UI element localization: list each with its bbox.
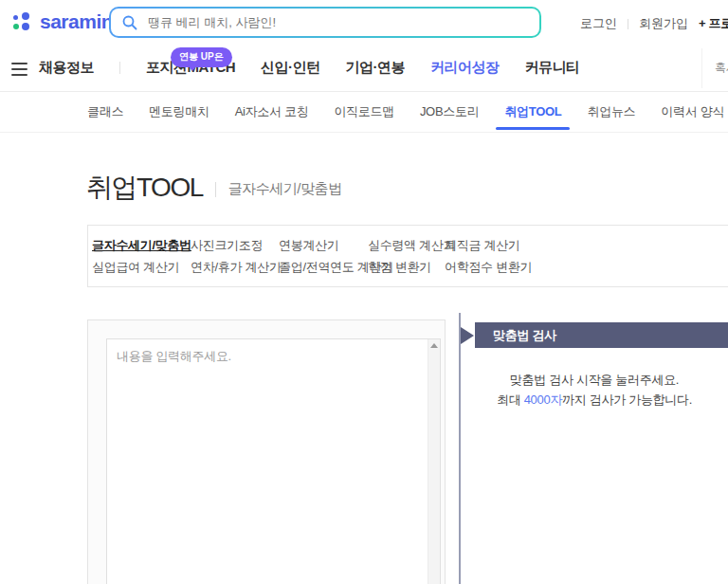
tool-link-severance-calc[interactable]: 퇴직금 계산기	[445, 237, 728, 254]
page-title: 취업TOOL	[86, 170, 203, 206]
tool-link-char-counter[interactable]: 글자수세기/맞춤법	[92, 237, 191, 254]
nav-right-partial-text: 혹시	[715, 60, 728, 76]
tool-link-salary-calc[interactable]: 연봉계산기	[279, 237, 368, 254]
search-box[interactable]	[109, 7, 541, 38]
saramin-logo-icon	[13, 11, 32, 33]
spellcheck-panel: 맞춤법 검사 맞춤법 검사 시작을 눌러주세요. 최대 4000자까지 검사가 …	[459, 313, 728, 584]
text-input-area	[106, 338, 441, 584]
tool-link-gpa-converter[interactable]: 학점 변환기	[368, 259, 445, 276]
nav-item-career-growth[interactable]: 커리어성장	[430, 59, 500, 77]
textarea-scrollbar[interactable]	[428, 339, 440, 584]
nav-item-community[interactable]: 커뮤니티	[525, 59, 580, 77]
subnav-item-job-story[interactable]: JOB스토리	[420, 92, 479, 132]
signup-link[interactable]: 회원가입	[639, 15, 688, 32]
scroll-up-icon[interactable]	[430, 343, 438, 348]
salary-up-badge: 연봉 UP은	[171, 47, 232, 67]
spellcheck-message: 맞춤법 검사 시작을 눌러주세요. 최대 4000자까지 검사가 가능합니다.	[461, 370, 728, 410]
search-icon	[122, 15, 137, 30]
career-sub-nav: 클래스 멘토링매치 Ai자소서 코칭 이직로드맵 JOB스토리 취업TOOL 취…	[0, 92, 728, 133]
nav-item-newbie-intern[interactable]: 신입·인턴	[261, 59, 320, 77]
page-title-block: 취업TOOL 글자수세기/맞춤법	[86, 170, 341, 206]
text-input-panel	[87, 319, 446, 584]
subnav-item-class[interactable]: 클래스	[87, 92, 123, 132]
arrow-right-icon	[461, 327, 474, 344]
page-subtitle: 글자수세기/맞춤법	[228, 180, 342, 198]
tool-link-net-pay-calc[interactable]: 실수령액 계산기	[368, 237, 445, 254]
nav-item-company-salary[interactable]: 기업·연봉	[346, 59, 406, 77]
title-divider	[215, 182, 216, 197]
spellcheck-message-line2: 최대 4000자까지 검사가 가능합니다.	[461, 390, 728, 410]
subnav-item-job-tool[interactable]: 취업TOOL	[504, 92, 561, 132]
spellcheck-header-title: 맞춤법 검사	[475, 327, 556, 344]
subnav-item-resume-form[interactable]: 이력서 양식	[661, 92, 724, 132]
subnav-item-ai-coaching[interactable]: Ai자소서 코칭	[235, 92, 309, 132]
content-textarea[interactable]	[107, 339, 428, 584]
nav-item-recruit[interactable]: 채용정보	[39, 59, 94, 77]
saramin-logo[interactable]: saramin	[13, 10, 113, 33]
top-bar: saramin 로그인 회원가입 + 프로필 등록	[0, 0, 728, 45]
spellcheck-message-line1: 맞춤법 검사 시작을 눌러주세요.	[461, 370, 728, 390]
subnav-item-mentoring-match[interactable]: 멘토링매치	[149, 92, 209, 132]
job-tools-menu: 글자수세기/맞춤법 사진크기조정 연봉계산기 실수령액 계산기 퇴직금 계산기 …	[87, 225, 728, 287]
search-input[interactable]	[146, 14, 528, 30]
max-char-count: 4000자	[524, 392, 562, 407]
nav-item-position-match[interactable]: 연봉 UP은 포지션MATCH	[146, 59, 235, 77]
saramin-logo-text: saramin	[40, 10, 113, 33]
nav-right-divider	[701, 48, 702, 88]
tool-link-leave-calc[interactable]: 연차/휴가 계산기	[191, 259, 279, 276]
link-divider	[628, 19, 628, 29]
main-nav: 채용정보 연봉 UP은 포지션MATCH 신입·인턴 기업·연봉 커리어성장 커…	[0, 45, 728, 92]
tool-link-graduation-year-calc[interactable]: 졸업/전역연도 계산기	[279, 259, 368, 276]
menu-icon[interactable]	[11, 63, 27, 80]
tool-link-language-score-converter[interactable]: 어학점수 변환기	[445, 259, 728, 276]
spellcheck-header: 맞춤법 검사	[475, 322, 728, 348]
profile-register-link[interactable]: + 프로필 등록	[699, 15, 728, 32]
tool-link-photo-resize[interactable]: 사진크기조정	[191, 237, 279, 254]
login-link[interactable]: 로그인	[580, 15, 617, 32]
tool-link-unemployment-calc[interactable]: 실업급여 계산기	[92, 259, 191, 276]
subnav-item-job-roadmap[interactable]: 이직로드맵	[334, 92, 394, 132]
account-links: 로그인 회원가입 + 프로필 등록	[580, 15, 728, 32]
nav-right-area: 혹시	[701, 45, 728, 91]
nav-divider	[119, 62, 120, 74]
subnav-item-job-news[interactable]: 취업뉴스	[587, 92, 635, 132]
